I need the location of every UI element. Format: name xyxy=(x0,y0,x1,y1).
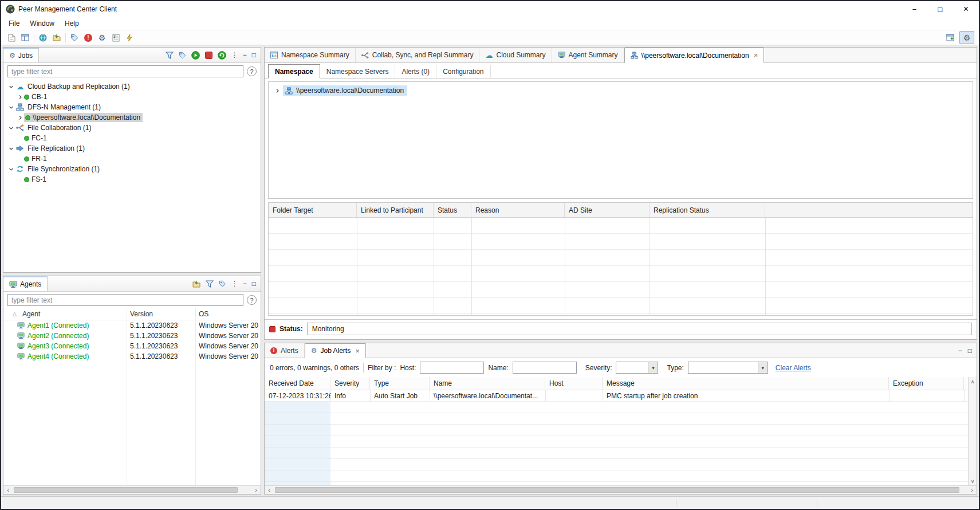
chevron-down-icon[interactable] xyxy=(7,146,15,151)
scrollbar-thumb[interactable] xyxy=(275,487,959,493)
version-column-header[interactable]: Version xyxy=(127,310,195,318)
jobs-help-button[interactable]: ? xyxy=(247,66,257,76)
agent-row[interactable]: Agent3 (Connected) 5.1.1.20230623 Window… xyxy=(3,341,261,351)
chevron-down-icon[interactable] xyxy=(7,105,15,110)
scroll-down-icon[interactable]: ∨ xyxy=(969,477,977,485)
alerts-vertical-scrollbar[interactable]: ∧ ∨ xyxy=(968,377,977,485)
agents-maximize-icon[interactable]: □ xyxy=(252,280,256,287)
subtab-namespace-servers[interactable]: Namespace Servers xyxy=(320,65,396,78)
tree-item-cb1[interactable]: CB-1 xyxy=(3,92,261,102)
tasks-icon[interactable] xyxy=(109,32,123,44)
name-column-header[interactable]: Name xyxy=(430,377,545,390)
close-tab-icon[interactable]: × xyxy=(355,347,360,355)
open-view-icon[interactable] xyxy=(18,32,32,44)
type-dropdown[interactable]: ▾ xyxy=(688,362,768,374)
tree-item-file-collaboration[interactable]: File Collaboration (1) xyxy=(3,123,261,133)
agent-row[interactable]: Agent1 (Connected) 5.1.1.20230623 Window… xyxy=(3,320,261,331)
received-date-column-header[interactable]: Received Date xyxy=(265,377,330,390)
filter-jobs-icon[interactable] xyxy=(166,52,174,59)
agent-column-header[interactable]: △ Agent xyxy=(3,310,127,318)
subtab-namespace[interactable]: Namespace xyxy=(268,64,320,79)
chevron-right-icon[interactable] xyxy=(17,115,24,120)
tag-icon[interactable] xyxy=(68,32,81,44)
jobs-maximize-icon[interactable]: □ xyxy=(252,52,256,58)
scroll-left-icon[interactable]: ‹ xyxy=(265,486,274,494)
alerts-minimize-icon[interactable]: − xyxy=(958,347,962,354)
jobs-view-tab[interactable]: ⚙ Jobs xyxy=(3,48,39,62)
filter-agents-icon[interactable] xyxy=(206,280,214,288)
window-maximize-button[interactable]: □ xyxy=(927,1,953,17)
jobs-view-menu-icon[interactable]: ⋮ xyxy=(231,51,238,59)
chevron-down-icon[interactable] xyxy=(7,84,15,89)
alerts-horizontal-scrollbar[interactable]: ‹ › xyxy=(265,485,977,494)
agents-view-menu-icon[interactable]: ⋮ xyxy=(231,280,238,288)
menu-window[interactable]: Window xyxy=(25,18,60,29)
name-filter-input[interactable] xyxy=(513,362,577,374)
import-icon[interactable] xyxy=(50,32,64,44)
jobs-filter-input[interactable] xyxy=(7,65,243,77)
power-actions-icon[interactable] xyxy=(123,32,136,44)
tag-agents-icon[interactable] xyxy=(219,280,226,288)
subtab-configuration[interactable]: Configuration xyxy=(436,65,490,78)
selected-namespace-item[interactable]: \\peersoftware.local\Documentation xyxy=(283,85,407,96)
tree-item-file-synchronization[interactable]: File Synchronization (1) xyxy=(3,164,261,174)
new-job-icon[interactable] xyxy=(5,32,18,44)
menu-file[interactable]: File xyxy=(3,18,25,29)
tab-documentation[interactable]: \\peersoftware.local\Documentation × xyxy=(624,48,765,63)
tree-item-fc1[interactable]: FC-1 xyxy=(3,133,261,143)
window-close-button[interactable]: × xyxy=(953,1,979,17)
tab-agent-summary[interactable]: Agent Summary xyxy=(552,48,624,62)
os-column-header[interactable]: OS xyxy=(195,310,261,318)
host-filter-input[interactable] xyxy=(420,362,484,374)
chevron-down-icon[interactable] xyxy=(7,125,15,131)
tree-item-documentation[interactable]: \\peersoftware.local\Documentation xyxy=(3,112,261,123)
reason-column-header[interactable]: Reason xyxy=(471,203,565,217)
tab-alerts[interactable]: ! Alerts xyxy=(265,343,305,358)
scrollbar-thumb[interactable] xyxy=(14,487,238,493)
pmc-perspective-button[interactable]: ⚙ xyxy=(959,31,974,44)
severity-dropdown[interactable]: ▾ xyxy=(616,362,658,374)
tag-jobs-icon[interactable] xyxy=(179,52,186,59)
alerts-icon[interactable]: ! xyxy=(81,32,95,44)
close-tab-icon[interactable]: × xyxy=(754,52,758,59)
stop-job-icon[interactable] xyxy=(205,52,212,59)
linked-participant-column-header[interactable]: Linked to Participant xyxy=(357,203,434,217)
exception-column-header[interactable]: Exception xyxy=(889,377,964,390)
scroll-up-icon[interactable]: ∧ xyxy=(969,377,977,386)
agent-row[interactable]: Agent2 (Connected) 5.1.1.20230623 Window… xyxy=(3,331,261,341)
scroll-right-icon[interactable]: › xyxy=(967,486,977,494)
deploy-agent-icon[interactable] xyxy=(192,280,200,288)
severity-column-header[interactable]: Severity xyxy=(330,377,370,390)
clear-alerts-link[interactable]: Clear Alerts xyxy=(776,364,811,372)
scroll-right-icon[interactable]: › xyxy=(251,486,261,494)
chevron-right-icon[interactable] xyxy=(17,95,24,100)
chevron-down-icon[interactable] xyxy=(7,167,15,172)
open-perspective-icon[interactable] xyxy=(943,32,957,44)
tree-item-cloud-backup[interactable]: ☁ Cloud Backup and Replication (1) xyxy=(3,81,261,92)
ad-site-column-header[interactable]: AD Site xyxy=(565,203,650,217)
agents-view-tab[interactable]: Agents xyxy=(3,276,48,291)
tree-item-dfsn-management[interactable]: DFS-N Management (1) xyxy=(3,102,261,112)
type-column-header[interactable]: Type xyxy=(370,377,430,390)
chevron-right-icon[interactable] xyxy=(274,88,281,93)
alerts-maximize-icon[interactable]: □ xyxy=(968,347,972,354)
tab-cloud-summary[interactable]: ☁ Cloud Summary xyxy=(479,48,552,62)
subtab-alerts[interactable]: Alerts (0) xyxy=(395,65,436,78)
agent-row[interactable]: Agent4 (Connected) 5.1.1.20230623 Window… xyxy=(3,351,261,362)
selected-tree-item[interactable]: \\peersoftware.local\Documentation xyxy=(24,113,143,122)
preferences-icon[interactable]: ⚙ xyxy=(95,32,109,44)
agents-filter-input[interactable] xyxy=(7,294,243,306)
status-column-header[interactable]: Status xyxy=(434,203,471,217)
folder-target-column-header[interactable]: Folder Target xyxy=(269,203,357,217)
namespace-tree-row[interactable]: \\peersoftware.local\Documentation xyxy=(269,85,973,96)
host-column-header[interactable]: Host xyxy=(545,377,603,390)
tree-item-file-replication[interactable]: File Replication (1) xyxy=(3,143,261,154)
tab-namespace-summary[interactable]: Namespace Summary xyxy=(265,48,356,62)
replication-status-column-header[interactable]: Replication Status xyxy=(650,203,765,217)
agents-help-button[interactable]: ? xyxy=(247,295,257,305)
start-job-icon[interactable] xyxy=(191,51,200,60)
scroll-left-icon[interactable]: ‹ xyxy=(3,486,13,494)
tree-item-fr1[interactable]: FR-1 xyxy=(3,154,261,164)
restart-job-icon[interactable] xyxy=(218,51,226,60)
message-column-header[interactable]: Message xyxy=(603,377,889,390)
